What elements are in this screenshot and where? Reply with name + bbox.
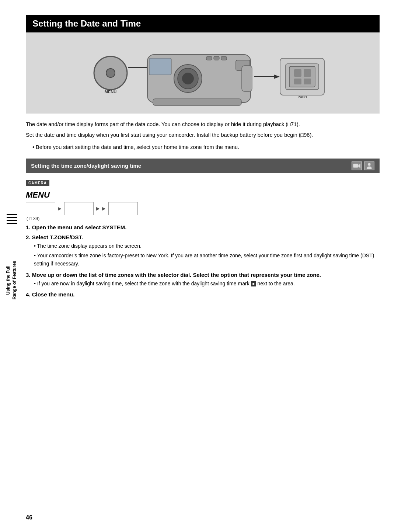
svg-rect-19 bbox=[304, 69, 311, 77]
svg-text:PUSH: PUSH bbox=[297, 95, 307, 99]
page-number: 46 bbox=[26, 514, 32, 521]
step-1-heading: 1. Open the menu and select SYSTEM. bbox=[26, 224, 380, 230]
camera-diagram: MENU bbox=[74, 36, 332, 110]
intro-text: The date and/or time display forms part … bbox=[26, 120, 380, 139]
menu-flow-box1 bbox=[26, 202, 55, 215]
step-2-heading: 2. Select T.ZONE/DST. bbox=[26, 234, 380, 240]
menu-ref: ( □ 39) bbox=[27, 216, 380, 221]
sidebar-line bbox=[7, 214, 17, 215]
page-title: Setting the Date and Time bbox=[26, 15, 380, 32]
camera-badge: CAMERA bbox=[26, 180, 49, 186]
menu-arrow2: ►► bbox=[95, 205, 107, 212]
step-2-bullet-1: The time zone display appears on the scr… bbox=[34, 242, 380, 250]
svg-rect-24 bbox=[353, 164, 358, 168]
page-wrapper: Using the Full Range of Features Setting… bbox=[0, 0, 398, 532]
svg-rect-18 bbox=[294, 69, 301, 77]
main-content: Setting the Date and Time E MENU bbox=[26, 0, 380, 298]
svg-point-26 bbox=[368, 163, 371, 166]
svg-text:MENU: MENU bbox=[105, 90, 116, 94]
icon-person bbox=[364, 161, 374, 170]
step-2-bullet-2: Your camcorder’s time zone is factory-pr… bbox=[34, 251, 380, 268]
menu-flow: ► ►► bbox=[26, 202, 380, 215]
menu-arrow1: ► bbox=[57, 205, 63, 212]
sidebar-label: Using the Full Range of Features bbox=[5, 261, 17, 300]
svg-rect-21 bbox=[304, 79, 311, 84]
section-header-text: Setting the time zone/daylight saving ti… bbox=[31, 163, 141, 169]
section-header: Setting the time zone/daylight saving ti… bbox=[26, 159, 380, 173]
svg-point-7 bbox=[182, 73, 194, 84]
section-header-icons bbox=[352, 161, 374, 170]
step-4: 4. Close the menu. bbox=[26, 291, 380, 298]
svg-rect-9 bbox=[206, 56, 212, 60]
icon-camcorder bbox=[352, 161, 362, 170]
svg-rect-20 bbox=[294, 79, 301, 84]
step-3-heading: 3. Move up or down the list of time zone… bbox=[26, 272, 380, 278]
menu-flow-box2 bbox=[64, 202, 94, 215]
svg-rect-14 bbox=[153, 99, 241, 105]
dst-icon: ■ bbox=[251, 281, 256, 286]
menu-label: MENU bbox=[26, 190, 380, 200]
svg-rect-13 bbox=[242, 66, 252, 91]
illustration-area: MENU bbox=[26, 32, 380, 114]
step-2: 2. Select T.ZONE/DST. The time zone disp… bbox=[26, 234, 380, 268]
svg-rect-10 bbox=[214, 56, 219, 60]
svg-marker-25 bbox=[358, 164, 360, 168]
step-4-heading: 4. Close the menu. bbox=[26, 291, 380, 298]
menu-flow-box3 bbox=[108, 202, 138, 215]
step-3: 3. Move up or down the list of time zone… bbox=[26, 272, 380, 288]
svg-point-1 bbox=[106, 69, 115, 77]
intro-bullet: Before you start setting the date and ti… bbox=[32, 143, 380, 152]
svg-rect-11 bbox=[221, 56, 227, 60]
sidebar-line bbox=[7, 217, 17, 218]
sidebar: Using the Full Range of Features bbox=[0, 221, 22, 339]
step-3-bullet-1: If you are now in daylight saving time, … bbox=[34, 279, 380, 288]
svg-rect-17 bbox=[289, 66, 315, 87]
camera-section: CAMERA bbox=[26, 179, 380, 189]
svg-rect-12 bbox=[149, 58, 171, 75]
step-1: 1. Open the menu and select SYSTEM. bbox=[26, 224, 380, 230]
